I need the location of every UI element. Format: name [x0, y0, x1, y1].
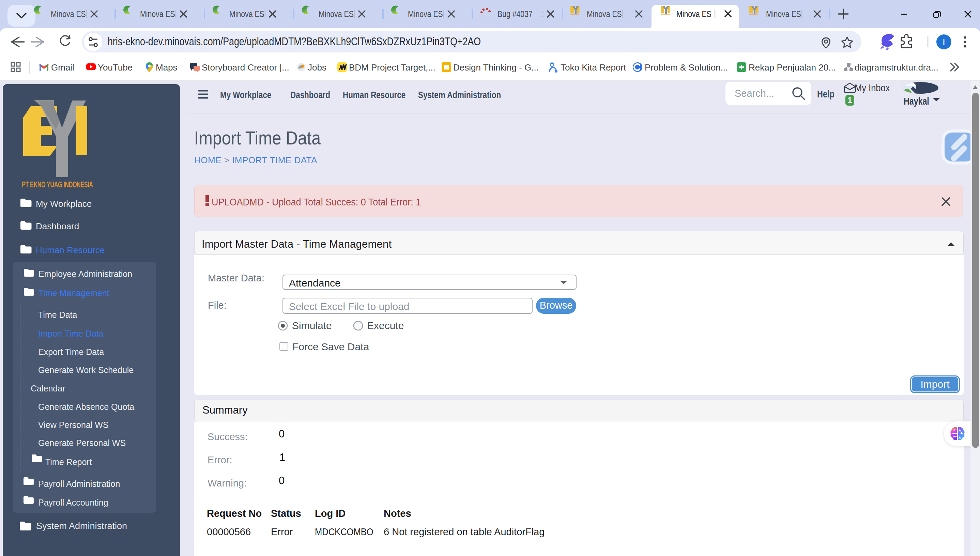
- svg-text:I: I: [943, 37, 945, 47]
